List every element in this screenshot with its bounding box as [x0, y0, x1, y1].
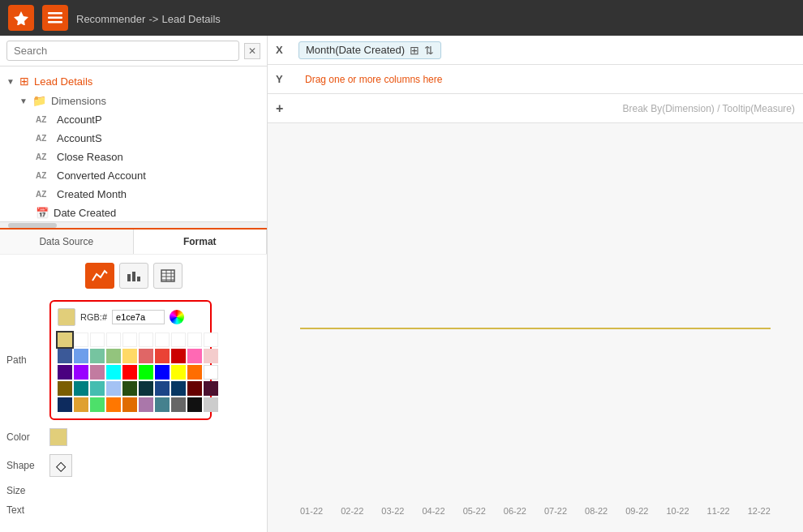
y-drag-hint: Drag one or more columns here — [305, 74, 442, 85]
color-cell[interactable] — [122, 381, 137, 396]
color-cell[interactable] — [171, 381, 186, 396]
text-label: Text — [6, 504, 43, 516]
color-cell[interactable] — [122, 365, 137, 380]
color-cell[interactable] — [122, 397, 137, 412]
color-cell[interactable] — [155, 397, 170, 412]
item-label: Date Created — [54, 207, 116, 219]
color-cell[interactable] — [106, 365, 121, 380]
color-cell[interactable] — [171, 332, 186, 347]
color-cell[interactable] — [187, 349, 202, 363]
color-cell[interactable] — [171, 365, 186, 380]
color-cell[interactable] — [106, 332, 121, 347]
color-swatch-preview[interactable] — [58, 308, 75, 326]
search-close-button[interactable]: ✕ — [244, 43, 260, 59]
color-cell[interactable] — [187, 381, 202, 396]
shape-preview[interactable]: ◇ — [49, 454, 72, 477]
color-cell[interactable] — [187, 365, 202, 380]
color-cell[interactable] — [204, 349, 218, 363]
svg-rect-6 — [137, 277, 140, 281]
x-pill-edit-icon[interactable]: ⊞ — [410, 44, 419, 57]
color-cell[interactable] — [155, 349, 170, 363]
tree-arrow-root: ▼ — [6, 77, 15, 86]
az-badge: AZ — [36, 152, 52, 161]
tab-format[interactable]: Format — [134, 230, 268, 254]
color-cell[interactable] — [204, 332, 218, 347]
color-cell[interactable] — [155, 381, 170, 396]
color-cell[interactable] — [204, 381, 218, 396]
color-cell[interactable] — [139, 365, 153, 380]
color-cell[interactable] — [106, 349, 121, 363]
x-label-1: 02-22 — [341, 506, 363, 516]
tree-item-created-month[interactable]: AZ Created Month — [0, 185, 267, 204]
color-cell[interactable] — [122, 332, 137, 347]
color-preview[interactable] — [49, 428, 67, 446]
table-view-button[interactable] — [153, 263, 182, 289]
color-cell[interactable] — [139, 381, 153, 396]
x-axis-pill[interactable]: Month(Date Created) ⊞ ⇅ — [298, 41, 441, 59]
size-label: Size — [6, 485, 43, 496]
svg-rect-4 — [127, 274, 131, 281]
tab-data-source[interactable]: Data Source — [0, 230, 134, 254]
nav-icon[interactable] — [42, 5, 68, 31]
color-cell[interactable] — [90, 349, 105, 363]
tree-item-accounts[interactable]: AZ AccountS — [0, 129, 267, 148]
color-cell[interactable] — [74, 365, 88, 380]
color-cell[interactable] — [74, 381, 88, 396]
y-axis-label: Y — [276, 73, 292, 85]
color-cell[interactable] — [90, 381, 105, 396]
svg-rect-5 — [132, 272, 135, 281]
color-cell[interactable] — [58, 381, 72, 396]
color-cell[interactable] — [74, 332, 88, 347]
color-cell[interactable] — [204, 365, 218, 380]
color-cell[interactable] — [106, 397, 121, 412]
tree-item-close-reason[interactable]: AZ Close Reason — [0, 148, 267, 166]
tree-item-date-created[interactable]: 📅 Date Created — [0, 204, 267, 221]
right-panel: X Month(Date Created) ⊞ ⇅ Y Drag one or … — [268, 36, 803, 532]
color-cell[interactable] — [204, 397, 218, 412]
search-input[interactable] — [6, 41, 239, 61]
color-cell[interactable] — [90, 397, 105, 412]
path-property-row: Path RGB:# — [6, 300, 260, 420]
color-cell[interactable] — [106, 381, 121, 396]
bar-chart-button[interactable] — [119, 263, 148, 289]
x-label-8: 09-22 — [625, 506, 648, 516]
color-cell[interactable] — [122, 349, 137, 363]
color-cell[interactable] — [171, 397, 186, 412]
chart-area: 01-22 02-22 03-22 04-22 05-22 06-22 07-2… — [268, 123, 803, 532]
color-cell[interactable] — [58, 397, 72, 412]
color-cell[interactable] — [74, 349, 88, 363]
tree-dimensions-folder[interactable]: ▼ 📁 Dimensions — [0, 91, 267, 110]
color-cell[interactable] — [187, 397, 202, 412]
plus-axis-row: + Break By(Dimension) / Tooltip(Measure) — [268, 94, 803, 123]
item-label: Close Reason — [57, 151, 123, 163]
color-cell[interactable] — [58, 349, 72, 363]
color-cell[interactable] — [139, 397, 153, 412]
tree-arrow-dim: ▼ — [19, 97, 28, 105]
color-cell[interactable] — [74, 397, 88, 412]
search-bar: ✕ — [0, 36, 267, 66]
color-cell[interactable] — [155, 365, 170, 380]
color-cell[interactable] — [90, 365, 105, 380]
left-panel: ✕ ▼ ⊞ Lead Details ▼ 📁 Dimensions AZ Acc… — [0, 36, 268, 532]
color-cell[interactable] — [187, 332, 202, 347]
chart-line — [300, 328, 771, 329]
tree-root-item[interactable]: ▼ ⊞ Lead Details — [0, 71, 267, 91]
app-logo[interactable] — [8, 5, 34, 31]
tree-item-accountp[interactable]: AZ AccountP — [0, 110, 267, 129]
x-pill-sort-icon[interactable]: ⇅ — [424, 44, 434, 57]
table-icon: ⊞ — [19, 75, 29, 88]
x-label-6: 07-22 — [544, 506, 567, 516]
color-cell[interactable] — [171, 349, 186, 363]
color-cell[interactable] — [90, 332, 105, 347]
color-cell[interactable] — [155, 332, 170, 347]
color-cell[interactable] — [58, 365, 72, 380]
hex-input[interactable] — [112, 310, 165, 324]
color-cell[interactable] — [139, 332, 153, 347]
color-wheel-icon[interactable] — [170, 310, 184, 324]
color-label: Color — [6, 431, 43, 443]
x-label-10: 11-22 — [707, 506, 730, 516]
color-cell[interactable] — [139, 349, 153, 363]
line-chart-button[interactable] — [85, 263, 114, 289]
color-cell[interactable] — [58, 332, 72, 347]
tree-item-converted-account[interactable]: AZ Converted Account — [0, 166, 267, 185]
